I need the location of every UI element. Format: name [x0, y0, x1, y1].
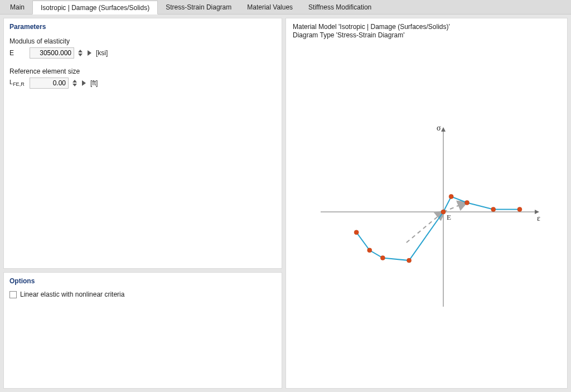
chevron-down-icon[interactable]	[72, 84, 77, 86]
svg-point-8	[367, 248, 372, 252]
svg-point-13	[465, 200, 470, 205]
svg-point-11	[441, 210, 446, 214]
diagram-panel: Material Model 'Isotropic | Damage (Surf…	[286, 18, 568, 389]
diagram-caption-1: Material Model 'Isotropic | Damage (Surf…	[293, 23, 560, 31]
modulus-unit: [ksi]	[96, 49, 108, 57]
linear-nonlinear-checkbox[interactable]	[9, 291, 17, 298]
tab-strip: Main Isotropic | Damage (Surfaces/Solids…	[0, 0, 571, 14]
diagram-caption-2: Diagram Type 'Stress-Strain Diagram'	[293, 31, 560, 40]
svg-text:σ: σ	[437, 124, 441, 132]
stress-strain-chart: σεE	[309, 95, 544, 329]
svg-text:E: E	[447, 213, 451, 221]
chevron-down-icon[interactable]	[78, 54, 83, 56]
options-heading: Options	[9, 277, 276, 285]
options-panel: Options Linear elastic with nonlinear cr…	[3, 272, 282, 389]
play-icon[interactable]	[88, 50, 91, 56]
tab-isotropic-damage[interactable]: Isotropic | Damage (Surfaces/Solids)	[32, 1, 158, 14]
modulus-label: Modulus of elasticity	[9, 37, 276, 45]
svg-point-7	[354, 230, 359, 234]
tab-material-values[interactable]: Material Values	[239, 0, 301, 14]
svg-point-12	[449, 194, 453, 199]
svg-point-14	[491, 207, 496, 211]
svg-point-10	[407, 258, 412, 263]
svg-point-15	[517, 207, 522, 211]
chevron-up-icon[interactable]	[78, 50, 83, 52]
parameters-heading: Parameters	[9, 23, 276, 31]
parameters-panel: Parameters Modulus of elasticity E [ksi]…	[3, 18, 282, 269]
tab-stiffness-mod[interactable]: Stiffness Modification	[301, 0, 379, 14]
svg-line-5	[443, 202, 466, 212]
chevron-up-icon[interactable]	[72, 80, 77, 83]
tab-main[interactable]: Main	[2, 0, 32, 14]
refsize-unit: [ft]	[90, 79, 98, 87]
modulus-spin[interactable]	[78, 47, 83, 59]
refsize-input[interactable]	[30, 78, 69, 89]
svg-text:ε: ε	[537, 214, 540, 222]
refsize-label: Reference element size	[9, 67, 276, 75]
refsize-symbol: LFE,R	[9, 79, 26, 87]
modulus-symbol: E	[9, 49, 26, 57]
linear-nonlinear-label: Linear elastic with nonlinear criteria	[20, 291, 124, 298]
play-icon[interactable]	[82, 80, 86, 86]
modulus-input[interactable]	[30, 47, 74, 59]
refsize-spin[interactable]	[72, 78, 78, 89]
tab-stress-strain[interactable]: Stress-Strain Diagram	[158, 0, 239, 14]
svg-point-9	[380, 255, 385, 260]
